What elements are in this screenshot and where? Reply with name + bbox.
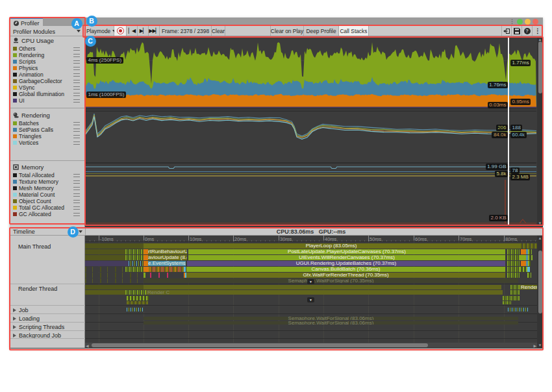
drag-handle-icon[interactable] [73, 67, 80, 70]
timeline-bar[interactable]: Render ( [520, 285, 537, 289]
drag-handle-icon[interactable] [73, 180, 80, 184]
timeline-bar[interactable]: UGUI.Rendering.UpdateBatches (70.37ms) [187, 261, 505, 266]
drag-handle-icon[interactable] [73, 122, 80, 125]
timeline-bar[interactable] [85, 249, 125, 254]
clear-button[interactable]: Clear [212, 26, 225, 36]
drag-handle-icon[interactable] [73, 73, 80, 77]
timeline-bar[interactable] [503, 301, 511, 304]
timeline-bar[interactable] [510, 290, 520, 295]
current-frame-button[interactable]: ▶▶▏ [149, 26, 160, 36]
drag-handle-icon[interactable] [73, 54, 80, 57]
drag-handle-icon[interactable] [73, 47, 80, 51]
drag-handle-icon[interactable] [73, 193, 80, 197]
timeline-bar[interactable] [125, 267, 144, 272]
legend-item-setpass-calls[interactable]: SetPass Calls [13, 127, 82, 133]
call-stacks-button[interactable]: Call Stacks [339, 26, 369, 36]
fold-triangle-icon[interactable] [13, 317, 16, 321]
fold-triangle-icon[interactable] [13, 308, 16, 312]
drag-handle-icon[interactable] [73, 99, 80, 103]
profiler-modules-dropdown[interactable]: Profiler Modules [10, 26, 85, 36]
timeline-bar[interactable] [520, 267, 527, 272]
timeline-bar[interactable]: UIEvents.WillRenderCanvases (70.37ms) [188, 255, 505, 260]
drag-handle-icon[interactable] [73, 93, 80, 96]
timeline-bar[interactable] [510, 285, 520, 289]
timeline-bar[interactable]: PostLateUpdate.PlayerUpdateCanvases (70.… [188, 249, 505, 254]
thread-label-scripting-threads[interactable]: Scripting Threads [19, 324, 64, 330]
drag-handle-icon[interactable] [73, 86, 80, 90]
timeline-bar[interactable]: Semaphore.WaitForSignal (70.35ms) [144, 278, 518, 283]
charts-vertical-scrollbar[interactable]: ▲▼ [537, 37, 543, 226]
timeline-bar[interactable] [519, 243, 537, 249]
legend-item-garbagecollector[interactable]: GarbageCollector [13, 78, 82, 84]
timeline-bar[interactable] [129, 261, 144, 266]
fold-triangle-icon[interactable] [13, 325, 16, 329]
timeline-bar[interactable] [85, 273, 144, 278]
charts-area[interactable]: 4ms (250FPS)1ms (1000FPS)1.77ms1.76ms0.9… [85, 37, 543, 227]
legend-item-gc-allocated[interactable]: GC Allocated [13, 211, 82, 217]
thread-label-render-thread[interactable]: Render Thread [18, 286, 57, 292]
prev-frame-button[interactable]: ▏◀ [127, 26, 138, 36]
timeline-bar[interactable] [127, 301, 148, 304]
timeline-bar[interactable] [527, 273, 531, 278]
timeline-bar[interactable]: Semaphore.WaitForSignal (83.06ms) [144, 317, 518, 320]
record-button[interactable] [114, 26, 127, 36]
timeline-bar[interactable] [158, 273, 160, 278]
next-frame-button[interactable]: ▶▏ [138, 26, 149, 36]
legend-item-rendering[interactable]: Rendering [13, 52, 82, 58]
scroll-down-icon[interactable]: ▼ [537, 221, 543, 225]
timeline-bar[interactable] [507, 267, 520, 272]
save-profile-button[interactable] [512, 26, 522, 36]
legend-item-vertices[interactable]: Vertices [13, 140, 82, 146]
legend-item-mesh-memory[interactable]: Mesh Memory [13, 185, 82, 191]
legend-item-physics[interactable]: Physics [13, 65, 82, 71]
timeline-bar[interactable] [528, 249, 532, 254]
legend-item-batches[interactable]: Batches [13, 120, 82, 127]
clear-on-play-button[interactable]: Clear on Play [270, 26, 304, 36]
timeline-horizontal-scrollbar[interactable]: ◀▶ [85, 343, 537, 348]
timeline-ruler[interactable]: -10ms0ms10ms20ms30ms40ms50ms60ms70ms80ms [85, 236, 537, 242]
timeline-bar[interactable] [125, 255, 144, 260]
timeline-bar[interactable]: Gfx.WaitForRenderThread (70.35ms) [186, 273, 505, 278]
timeline-vertical-scrollbar[interactable]: ▲▼ [537, 236, 543, 348]
drag-handle-icon[interactable] [73, 174, 80, 177]
legend-item-triangles[interactable]: Triangles [13, 133, 82, 140]
legend-item-total-allocated[interactable]: Total Allocated [13, 172, 82, 178]
timeline-bar[interactable] [144, 267, 149, 272]
legend-item-animation[interactable]: Animation [13, 71, 82, 78]
window-button-red[interactable] [533, 19, 538, 25]
legend-item-ui[interactable]: UI [13, 97, 82, 104]
drag-handle-icon[interactable] [73, 129, 80, 132]
timeline-bar[interactable]: e.EventSystems::Ev [148, 261, 186, 266]
selected-frame-line[interactable] [508, 37, 509, 225]
timeline-view-dropdown[interactable]: Timeline [10, 227, 86, 235]
timeline-bar[interactable]: rtRunBehaviourUpd [148, 249, 187, 254]
drag-handle-icon[interactable] [73, 141, 80, 145]
legend-item-vsync[interactable]: VSync [13, 84, 82, 91]
timeline-bar[interactable] [507, 249, 520, 254]
timeline-bar[interactable] [125, 249, 144, 254]
timeline-bar[interactable] [521, 261, 526, 266]
drag-handle-icon[interactable] [73, 80, 80, 83]
timeline-bar[interactable] [507, 273, 520, 278]
window-button-yellow[interactable] [525, 19, 531, 25]
legend-item-texture-memory[interactable]: Texture Memory [13, 178, 82, 185]
timeline-bar[interactable] [167, 273, 168, 278]
timeline-bar[interactable] [85, 261, 129, 266]
timeline-bar[interactable] [144, 285, 501, 289]
scrollbar-thumb[interactable] [92, 343, 428, 347]
timeline-bar[interactable]: Canvas.BuildBatch (70.36ms) [186, 267, 505, 272]
timeline-bar[interactable]: aviourUpdate (8.44 [148, 255, 187, 260]
scrollbar-thumb[interactable] [538, 42, 542, 93]
timeline-bar[interactable] [507, 261, 520, 266]
timeline-bar[interactable] [144, 255, 148, 260]
timeline-bar[interactable] [520, 255, 526, 260]
timeline-bar[interactable] [85, 290, 125, 295]
scrollbar-thumb[interactable] [538, 251, 542, 313]
timeline-bar[interactable]: Render C [146, 290, 503, 295]
timeline-bar[interactable] [521, 249, 526, 254]
toolbar-menu-button[interactable]: ⋮ [533, 26, 543, 36]
timeline-bar[interactable] [503, 296, 520, 300]
timeline-bar[interactable] [144, 273, 145, 278]
timeline-bar[interactable] [127, 296, 149, 300]
collapse-arrow-icon[interactable]: ▼ [307, 279, 314, 284]
